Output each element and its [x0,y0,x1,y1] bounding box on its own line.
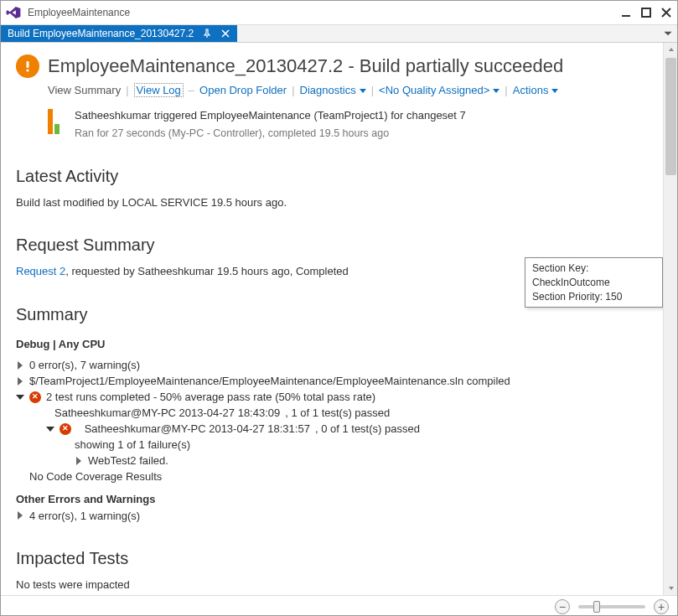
footer-zoom-bar: − + [1,595,677,616]
section-request-summary: Request Summary [16,236,648,255]
view-log-link[interactable]: View Log [134,83,184,97]
expander-icon[interactable] [16,361,24,370]
section-impacted: Impacted Tests [16,549,648,568]
vertical-scrollbar[interactable] [663,43,677,595]
scrollbar-thumb[interactable] [665,58,676,175]
window-title: EmployeeMaintenance [28,7,130,18]
zoom-out-button[interactable]: − [555,599,570,614]
tree-row-showing: showing 1 of 1 failure(s) [75,437,648,453]
request-link[interactable]: Request 2 [16,265,65,277]
summary-config: Debug | Any CPU [16,336,648,353]
view-summary-link[interactable]: View Summary [48,84,121,96]
error-icon [60,423,71,435]
chevron-down-icon [493,89,499,93]
title-bar: EmployeeMaintenance [1,1,677,24]
tree-row-nocov: No Code Coverage Results [29,468,648,484]
action-link-bar: View Summary | View Log – Open Drop Fold… [48,83,648,97]
expander-icon[interactable] [75,457,83,465]
svg-point-3 [26,69,28,71]
tab-close-icon[interactable] [220,28,230,39]
close-button[interactable] [660,7,672,18]
zoom-slider[interactable] [578,605,645,608]
testrun-link[interactable]: Satheeshkumar@MY-PC 2013-04-27 18:43:09 [54,406,280,419]
scroll-up-icon[interactable] [664,43,678,56]
section-latest-activity: Latest Activity [16,167,648,186]
other-errors-header: Other Errors and Warnings [16,491,648,508]
expander-icon[interactable] [46,425,54,433]
tab-bar: Build EmployeeMaintenance_20130427.2 [1,24,677,43]
request-rest: , requested by Satheeshkumar 19.5 hours … [65,265,349,277]
svg-rect-0 [622,15,630,17]
maximize-button[interactable] [640,7,652,18]
trigger-subline: Ran for 27 seconds (My-PC - Controller),… [75,125,466,142]
latest-activity-body: Build last modified by LOCAL SERVICE 19.… [16,194,648,211]
slider-knob[interactable] [593,601,600,613]
pin-icon[interactable] [202,28,212,39]
build-bar-chart-icon [48,109,63,134]
tooltip: Section Key: CheckInOutcome Section Prio… [525,257,663,308]
tree-row-run2[interactable]: Satheeshkumar@MY-PC 2013-04-27 18:31:57,… [46,421,648,437]
vs-logo-icon [6,7,21,18]
zoom-in-button[interactable]: + [654,599,669,614]
tab-build[interactable]: Build EmployeeMaintenance_20130427.2 [1,25,237,42]
chevron-down-icon [551,89,558,93]
minimize-button[interactable] [620,7,632,18]
warning-icon [16,54,39,78]
actions-dropdown[interactable]: Actions [513,84,559,96]
tree-row-testruns[interactable]: 2 test runs completed - 50% average pass… [16,389,648,405]
tree-row-run1: Satheeshkumar@MY-PC 2013-04-27 18:43:09,… [54,405,648,421]
tree-row-errors[interactable]: 0 error(s), 7 warning(s) [16,357,648,373]
impacted-body: No tests were impacted [16,577,648,593]
open-drop-link[interactable]: Open Drop Folder [199,84,287,96]
expander-icon[interactable] [16,377,24,386]
scroll-down-icon[interactable] [664,582,678,595]
tree-row-compiled[interactable]: $/TeamProject1/EmployeeMaintenance/Emplo… [16,373,648,389]
expander-icon[interactable] [16,393,24,401]
tab-label: Build EmployeeMaintenance_20130427.2 [8,28,194,39]
page-title: EmployeeMaintenance_20130427.2 - Build p… [48,55,563,77]
chevron-down-icon [360,89,366,93]
svg-rect-1 [642,8,650,17]
tab-dropdown-icon[interactable] [662,28,674,39]
trigger-line: Satheeshkumar triggered EmployeeMaintena… [75,107,466,125]
error-icon [29,391,41,403]
svg-rect-2 [27,61,29,68]
tree-row-other-errors[interactable]: 4 error(s), 1 warning(s) [16,508,648,524]
expander-icon[interactable] [16,511,24,520]
quality-dropdown[interactable]: <No Quality Assigned> [379,84,499,96]
testrun-link[interactable]: Satheeshkumar@MY-PC 2013-04-27 18:31:57 [85,422,310,435]
tree-row-fail[interactable]: WebTest2 failed. [75,453,648,468]
diagnostics-dropdown[interactable]: Diagnostics [300,84,366,96]
content-area: EmployeeMaintenance_20130427.2 - Build p… [1,43,663,595]
